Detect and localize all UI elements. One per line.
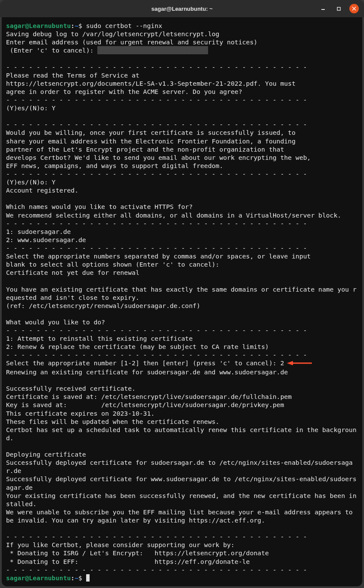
- separator-line: - - - - - - - - - - - - - - - - - - - - …: [6, 566, 307, 573]
- separator-line: - - - - - - - - - - - - - - - - - - - - …: [6, 244, 307, 252]
- output-line: What would you like to do?: [6, 318, 105, 326]
- output-line: We were unable to subscribe you the EFF …: [6, 508, 357, 524]
- output-line: (Enter 'c' to cancel):: [6, 47, 97, 54]
- terminal-cursor: [86, 574, 90, 582]
- output-line: Successfully received certificate.: [6, 385, 136, 392]
- minimize-button[interactable]: [318, 4, 328, 13]
- output-line: You have an existing certificate that ha…: [6, 286, 357, 301]
- output-line: Successfully deployed certificate for ww…: [6, 475, 357, 491]
- separator-line: - - - - - - - - - - - - - - - - - - - - …: [6, 63, 307, 71]
- separator-line: - - - - - - - - - - - - - - - - - - - - …: [6, 220, 307, 227]
- output-line: Which names would you like to activate H…: [6, 203, 193, 210]
- output-line: These files will be updated when the cer…: [6, 418, 219, 425]
- output-line: Enter email address (used for urgent ren…: [6, 38, 258, 46]
- output-line: EFF news, campaigns, and ways to support…: [6, 162, 223, 169]
- output-line: Renewing an existing certificate for sud…: [6, 368, 288, 376]
- output-line: * Donating to ISRG / Let's Encrypt: http…: [6, 549, 269, 557]
- separator-line: - - - - - - - - - - - - - - - - - - - - …: [6, 533, 307, 540]
- separator-line: - - - - - - - - - - - - - - - - - - - - …: [6, 170, 307, 177]
- redacted-email: xxxxxxxxxxxxxxxxxxxxxxxxxxxxx: [97, 46, 208, 54]
- separator-line: - - - - - - - - - - - - - - - - - - - - …: [6, 121, 307, 128]
- output-line: blank to select all options shown (Enter…: [6, 261, 223, 268]
- output-line: Certbot has set up a scheduled task to a…: [6, 426, 357, 442]
- command-text: sudo certbot --nginx: [86, 22, 162, 29]
- output-line: https://letsencrypt.org/documents/LE-SA-…: [6, 80, 296, 87]
- output-line: 1: sudoersagar.de: [6, 228, 71, 235]
- output-line: (Y)es/(N)o: Y: [6, 104, 56, 112]
- separator-line: - - - - - - - - - - - - - - - - - - - - …: [6, 327, 307, 334]
- output-line: partner of the Let's Encrypt project and…: [6, 146, 284, 153]
- prompt-colon: :: [71, 574, 75, 582]
- separator-line: - - - - - - - - - - - - - - - - - - - - …: [6, 351, 307, 358]
- output-line: (Y)es/(N)o: Y: [6, 178, 56, 186]
- prompt-colon: :: [71, 22, 75, 29]
- output-line: We recommend selecting either all domain…: [6, 212, 341, 219]
- output-line: develops Certbot? We'd like to send you …: [6, 154, 311, 161]
- output-line: (ref: /etc/letsencrypt/renewal/sudoersag…: [6, 302, 200, 309]
- prompt-path: ~: [75, 22, 78, 29]
- annotation-arrow-icon: [287, 360, 312, 368]
- output-line: Saving debug log to /var/log/letsencrypt…: [6, 30, 219, 37]
- output-line: 2: www.sudoersagar.de: [6, 236, 86, 243]
- output-line: 2: Renew & replace the certificate (may …: [6, 343, 269, 350]
- prompt-user-host: sagar@Learnubuntu: [6, 574, 71, 582]
- close-button[interactable]: [349, 4, 359, 13]
- prompt-path: ~: [75, 574, 78, 582]
- output-line: Would you be willing, once your first ce…: [6, 129, 296, 136]
- prompt-user-host: sagar@Learnubuntu: [6, 22, 71, 29]
- window-controls: [318, 4, 359, 13]
- prompt-dollar: $: [78, 22, 82, 29]
- window-title: sagar@Learnubuntu: ~: [151, 6, 212, 12]
- output-line: Successfully deployed certificate for su…: [6, 459, 353, 474]
- terminal-output[interactable]: sagar@Learnubuntu:~$ sudo certbot --ngin…: [2, 17, 362, 586]
- svg-marker-5: [287, 361, 293, 365]
- output-line: This certificate expires on 2023-10-31.: [6, 410, 155, 417]
- prompt-dollar: $: [78, 574, 82, 582]
- output-line: Your existing certificate has been succe…: [6, 492, 357, 507]
- output-line: Certificate is saved at: /etc/letsencryp…: [6, 393, 292, 400]
- output-line: Select the appropriate number [1-2] then…: [6, 359, 284, 367]
- output-line: Key is saved at: /etc/letsencrypt/live/s…: [6, 401, 284, 408]
- output-line: Please read the Terms of Service at: [6, 72, 140, 79]
- window-titlebar: sagar@Learnubuntu: ~: [0, 0, 364, 17]
- output-line: Certificate not yet due for renewal: [6, 269, 140, 276]
- output-line: 1: Attempt to reinstall this existing ce…: [6, 335, 193, 342]
- output-line: Select the appropriate numbers separated…: [6, 252, 311, 260]
- output-line: If you like Certbot, please consider sup…: [6, 541, 235, 548]
- output-line: agree in order to register with the ACME…: [6, 88, 242, 95]
- output-line: * Donating to EFF: https://eff.org/donat…: [6, 558, 250, 565]
- separator-line: - - - - - - - - - - - - - - - - - - - - …: [6, 96, 307, 103]
- svg-rect-1: [337, 7, 340, 10]
- output-line: Account registered.: [6, 187, 78, 194]
- output-line: Deploying certificate: [6, 451, 86, 458]
- maximize-button[interactable]: [334, 4, 343, 13]
- output-line: share your email address with the Electr…: [6, 137, 296, 145]
